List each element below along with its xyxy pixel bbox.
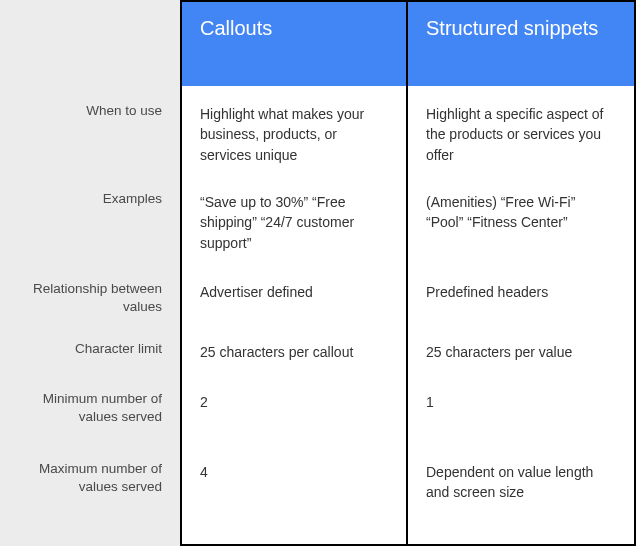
- label-text: Relationship between values: [8, 280, 162, 316]
- row-labels-column: When to use Examples Relationship betwee…: [0, 0, 180, 546]
- label-text: When to use: [86, 102, 162, 120]
- label-character-limit: Character limit: [0, 332, 180, 382]
- cell-text: 1: [426, 392, 616, 412]
- cell-text: Highlight what makes your business, prod…: [200, 104, 388, 165]
- cell-snippets-min: 1: [408, 384, 634, 454]
- cell-text: 25 characters per value: [426, 342, 616, 362]
- label-text: Maximum number of values served: [8, 460, 162, 496]
- label-text: Minimum number of values served: [8, 390, 162, 426]
- cell-callouts-max: 4: [182, 454, 406, 544]
- cell-snippets-when: Highlight a specific aspect of the produ…: [408, 86, 634, 182]
- label-examples: Examples: [0, 180, 180, 270]
- cell-text: Dependent on value length and screen siz…: [426, 462, 616, 503]
- header-text: Structured snippets: [426, 16, 598, 41]
- label-maximum: Maximum number of values served: [0, 452, 180, 542]
- cell-text: 25 characters per callout: [200, 342, 388, 362]
- comparison-table: When to use Examples Relationship betwee…: [0, 0, 636, 546]
- label-text: Character limit: [75, 340, 162, 358]
- header-text: Callouts: [200, 16, 272, 41]
- cell-text: Advertiser defined: [200, 282, 388, 302]
- cell-callouts-relationship: Advertiser defined: [182, 272, 406, 334]
- cell-callouts-charlimit: 25 characters per callout: [182, 334, 406, 384]
- label-when-to-use: When to use: [0, 84, 180, 180]
- cell-callouts-examples: “Save up to 30%” “Free shipping” “24/7 c…: [182, 182, 406, 272]
- snippets-column: Structured snippets Highlight a specific…: [408, 0, 636, 546]
- callouts-column: Callouts Highlight what makes your busin…: [180, 0, 408, 546]
- header-spacer: [0, 0, 180, 84]
- cell-text: Predefined headers: [426, 282, 616, 302]
- header-snippets: Structured snippets: [408, 2, 634, 86]
- label-relationship: Relationship between values: [0, 270, 180, 332]
- cell-text: Highlight a specific aspect of the produ…: [426, 104, 616, 165]
- cell-snippets-max: Dependent on value length and screen siz…: [408, 454, 634, 544]
- cell-text: (Amenities) “Free Wi-Fi” “Pool” “Fitness…: [426, 192, 616, 233]
- header-callouts: Callouts: [182, 2, 406, 86]
- cell-text: 2: [200, 392, 388, 412]
- cell-snippets-charlimit: 25 characters per value: [408, 334, 634, 384]
- cell-text: “Save up to 30%” “Free shipping” “24/7 c…: [200, 192, 388, 253]
- cell-text: 4: [200, 462, 388, 482]
- cell-snippets-relationship: Predefined headers: [408, 272, 634, 334]
- label-text: Examples: [103, 190, 162, 208]
- cell-snippets-examples: (Amenities) “Free Wi-Fi” “Pool” “Fitness…: [408, 182, 634, 272]
- cell-callouts-min: 2: [182, 384, 406, 454]
- cell-callouts-when: Highlight what makes your business, prod…: [182, 86, 406, 182]
- label-minimum: Minimum number of values served: [0, 382, 180, 452]
